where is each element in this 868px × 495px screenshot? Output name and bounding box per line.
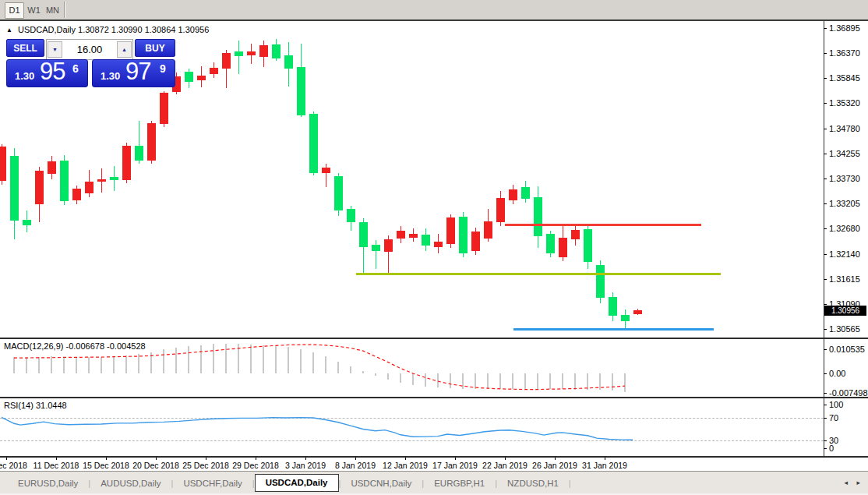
candle[interactable]	[210, 68, 218, 74]
candle[interactable]	[259, 45, 268, 57]
candle[interactable]	[147, 123, 156, 161]
trading-terminal-window: D1W1MN ▲ USDCAD,Daily 1.30872 1.30990 1.…	[0, 0, 868, 495]
candle[interactable]	[584, 229, 592, 262]
candle[interactable]	[459, 217, 468, 253]
candle[interactable]	[185, 72, 193, 82]
date-axis-label: 6 Dec 2018	[0, 461, 27, 470]
price-axis-tick	[824, 203, 827, 204]
price-axis-line	[824, 21, 824, 458]
candle[interactable]	[422, 235, 430, 246]
toolbar-separator	[64, 2, 65, 18]
candle[interactable]	[372, 245, 380, 251]
sell-button[interactable]: SELL	[6, 39, 44, 57]
candle[interactable]	[0, 147, 6, 181]
candle[interactable]	[446, 217, 455, 244]
candle[interactable]	[97, 179, 106, 182]
rsi-axis-label: 0	[829, 444, 834, 453]
candle[interactable]	[222, 53, 231, 69]
timeframe-button-d1[interactable]: D1	[5, 2, 24, 19]
price-axis-label: 1.36370	[829, 48, 860, 58]
tab-usdcad[interactable]: USDCAD,Daily	[255, 474, 339, 492]
candle[interactable]	[621, 315, 630, 321]
collapse-triangle-icon[interactable]: ▲	[6, 27, 12, 34]
candle[interactable]	[235, 51, 243, 56]
tab-nzdusd[interactable]: NZDUSD,H1	[497, 476, 569, 491]
volume-increase-button[interactable]: ▲	[117, 41, 132, 58]
candle[interactable]	[509, 189, 517, 200]
volume-box: ▼ 16.00 ▲	[46, 39, 133, 60]
candle[interactable]	[10, 156, 19, 221]
price-axis-tick	[824, 154, 827, 154]
candle[interactable]	[496, 198, 505, 222]
candle[interactable]	[596, 265, 605, 298]
candle[interactable]	[334, 176, 343, 210]
date-axis-tick	[605, 458, 605, 460]
volume-decrease-button[interactable]: ▼	[48, 41, 62, 58]
one-click-trade-panel: SELL ▼ 16.00 ▲ BUY 1.30 95 6 1.30 97 9	[6, 37, 175, 87]
buy-button[interactable]: BUY	[135, 39, 175, 57]
candle[interactable]	[284, 55, 293, 69]
timeframe-button-mn[interactable]: MN	[44, 2, 62, 19]
date-axis-label: 17 Jan 2019	[432, 461, 478, 470]
timeframe-toolbar: D1W1MN	[0, 0, 868, 19]
tab-audusd[interactable]: AUDUSD,Daily	[90, 476, 171, 491]
candle[interactable]	[484, 221, 492, 239]
candle[interactable]	[546, 234, 555, 253]
candle[interactable]	[559, 238, 567, 257]
candle[interactable]	[534, 197, 542, 236]
candle[interactable]	[247, 51, 256, 55]
mid-support-line[interactable]	[356, 273, 721, 275]
candle[interactable]	[384, 239, 393, 252]
tab-eurgbp[interactable]: EURGBP,H1	[424, 476, 495, 491]
candle[interactable]	[72, 189, 81, 200]
candle[interactable]	[272, 44, 281, 58]
price-axis-label: 1.34255	[829, 149, 860, 158]
candle[interactable]	[409, 234, 418, 238]
candle[interactable]	[60, 161, 69, 201]
chart-symbol-header: ▲ USDCAD,Daily 1.30872 1.30990 1.30864 1…	[6, 25, 209, 34]
candle[interactable]	[85, 182, 94, 193]
tab-eurusd[interactable]: EURUSD,Daily	[8, 476, 88, 491]
candle[interactable]	[347, 209, 355, 222]
candle[interactable]	[122, 146, 131, 180]
candle[interactable]	[297, 67, 305, 115]
buy-price-pips: 9	[160, 62, 166, 75]
ohlc-high: 1.30990	[111, 25, 143, 34]
candle[interactable]	[359, 222, 368, 247]
buy-price-tile[interactable]: 1.30 97 9	[92, 59, 175, 87]
pane-separator[interactable]	[0, 397, 868, 398]
candle[interactable]	[322, 168, 330, 173]
candle[interactable]	[521, 187, 530, 199]
timeframe-button-w1[interactable]: W1	[26, 2, 42, 19]
candle[interactable]	[434, 242, 443, 247]
price-axis-label: 1.30565	[829, 324, 860, 334]
candle[interactable]	[197, 76, 206, 80]
pane-separator[interactable]	[0, 338, 868, 339]
candle[interactable]	[633, 310, 642, 314]
sell-price-prefix: 1.30	[15, 70, 34, 82]
tab-usdcnh[interactable]: USDCNH,Daily	[340, 476, 422, 491]
candle[interactable]	[571, 230, 580, 239]
rsi-axis-label: 70	[829, 413, 838, 423]
price-axis-tick	[824, 129, 827, 129]
candle[interactable]	[160, 93, 168, 124]
sell-price-tile[interactable]: 1.30 95 6	[6, 59, 88, 87]
candle[interactable]	[309, 114, 318, 173]
date-axis-label: 29 Dec 2018	[232, 461, 279, 470]
tabs-scroll-right-icon[interactable]: ▸	[856, 479, 860, 486]
low-support-line[interactable]	[513, 328, 714, 331]
candle[interactable]	[48, 161, 56, 174]
candle[interactable]	[135, 146, 143, 161]
volume-input[interactable]: 16.00	[64, 40, 115, 59]
tab-usdchf[interactable]: USDCHF,Daily	[173, 476, 252, 491]
candle[interactable]	[23, 220, 31, 225]
resistance-line[interactable]	[505, 224, 701, 226]
candle[interactable]	[110, 177, 118, 180]
chart-symbol: USDCAD,Daily	[18, 25, 76, 34]
date-axis-tick	[505, 458, 506, 460]
candle[interactable]	[471, 232, 480, 251]
candle[interactable]	[609, 297, 617, 316]
tabs-scroll-left-icon[interactable]: ◂	[844, 479, 848, 486]
candle[interactable]	[397, 231, 405, 239]
candle[interactable]	[35, 171, 44, 204]
